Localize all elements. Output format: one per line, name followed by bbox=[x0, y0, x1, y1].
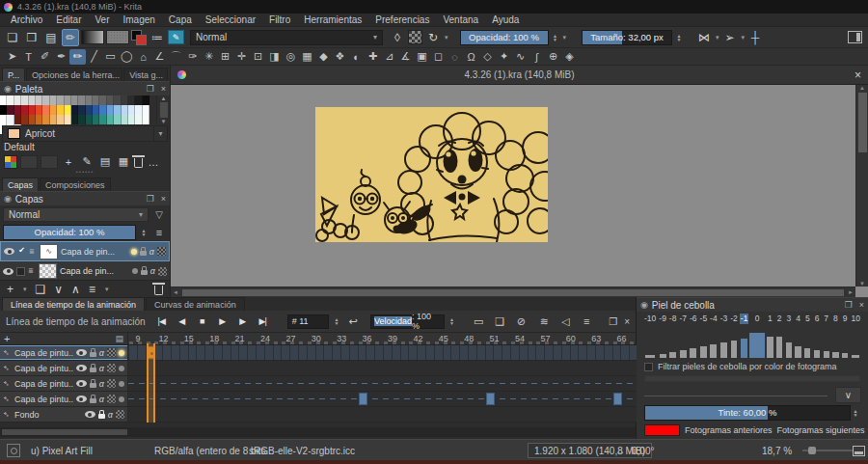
dock-tab-opciones-de-la-herra-[interactable]: Opciones de la herra... bbox=[26, 68, 122, 81]
tool-polygon[interactable]: ⌂ bbox=[135, 49, 151, 65]
tool-zoom[interactable]: ⊕ bbox=[545, 49, 561, 65]
dock-tab-vista-g-[interactable]: Vista g... bbox=[123, 68, 168, 81]
close-document-icon[interactable]: × bbox=[854, 68, 861, 82]
float-docker-icon[interactable]: ❐ bbox=[845, 300, 853, 310]
palette-swatch[interactable] bbox=[0, 115, 7, 124]
more-options-icon[interactable]: … bbox=[146, 154, 161, 170]
palette-swatch[interactable] bbox=[86, 96, 93, 105]
tool-calligraphy[interactable]: ✒ bbox=[53, 49, 69, 65]
layer-opacity-spinner[interactable]: ▲▼ bbox=[139, 225, 149, 240]
skip-start-button[interactable]: |◀ bbox=[153, 316, 170, 326]
onion-column[interactable]: -3 bbox=[719, 314, 729, 358]
inherit-alpha-icon[interactable] bbox=[157, 247, 166, 256]
palette-swatch[interactable] bbox=[143, 115, 149, 124]
blending-mode-select[interactable]: Normal ▾ bbox=[190, 30, 383, 45]
opacity-slider[interactable]: Opacidad: 100 % bbox=[460, 30, 549, 45]
close-docker-icon[interactable]: × bbox=[161, 194, 166, 204]
tool-enclose-fill[interactable]: ❖ bbox=[332, 49, 348, 65]
save-icon[interactable]: ▤ bbox=[42, 29, 60, 46]
palette-swatch[interactable] bbox=[57, 115, 64, 124]
onion-frame-number[interactable]: -4 bbox=[709, 314, 719, 324]
timeline-layer-name-cell[interactable]: ➴Capa de pintu...α bbox=[0, 376, 128, 391]
palette-swatch[interactable] bbox=[99, 96, 106, 105]
alpha-lock-icon[interactable]: α bbox=[108, 410, 113, 420]
alpha-lock-icon[interactable]: α bbox=[149, 247, 154, 257]
palette-swatch[interactable] bbox=[107, 105, 114, 115]
onion-column[interactable]: 5 bbox=[803, 314, 812, 358]
onion-skin-bulb-icon[interactable] bbox=[119, 396, 124, 402]
float-docker-icon[interactable]: ❐ bbox=[147, 84, 154, 94]
palette-swatch[interactable] bbox=[122, 96, 128, 105]
onion-frame-number[interactable]: 6 bbox=[814, 314, 821, 324]
delete-layer-button[interactable] bbox=[154, 286, 163, 295]
expand-section-button[interactable]: ∨ bbox=[835, 387, 861, 403]
tool-pattern-edit[interactable]: ▦ bbox=[299, 49, 315, 65]
chevron-down-icon[interactable]: ▾ bbox=[153, 126, 167, 141]
workspace-chooser-icon[interactable] bbox=[848, 31, 862, 43]
dock-tab-capas[interactable]: Capas bbox=[2, 177, 39, 191]
keyframe[interactable] bbox=[486, 393, 495, 405]
menu-item[interactable]: Ventana bbox=[436, 14, 485, 26]
onion-opacity-bar[interactable] bbox=[680, 350, 687, 358]
onion-skin-bulb-icon[interactable] bbox=[132, 268, 138, 274]
palette-swatch[interactable] bbox=[114, 115, 121, 124]
scroll-down-icon[interactable]: ▼ bbox=[859, 281, 865, 287]
canvas-only-mode-icon[interactable] bbox=[853, 440, 866, 461]
timeline-layer-row[interactable]: ➴Fondoα bbox=[0, 407, 637, 423]
onion-column[interactable]: 3 bbox=[784, 314, 793, 358]
palette-swatch[interactable] bbox=[143, 96, 149, 105]
scrollbar-thumb[interactable] bbox=[182, 289, 844, 296]
chevron-down-icon[interactable]: ▾ bbox=[563, 34, 567, 41]
timeline-layer-row[interactable]: ➴Capa de pintu...α bbox=[0, 345, 637, 361]
onion-skin-bulb-icon[interactable] bbox=[119, 366, 124, 371]
onion-column[interactable]: 4 bbox=[794, 314, 802, 358]
timeline-menu-icon[interactable]: ≡ bbox=[578, 315, 595, 328]
frame-cells[interactable] bbox=[128, 392, 637, 406]
menu-item[interactable]: Archivo bbox=[4, 14, 49, 26]
palette-swatch[interactable] bbox=[21, 115, 28, 124]
next-frame-button[interactable]: ▶ bbox=[234, 316, 251, 326]
tool-bezier-curve[interactable]: ⌒ bbox=[168, 49, 184, 65]
palette-swatch[interactable] bbox=[21, 96, 28, 105]
palette-swatch[interactable] bbox=[93, 105, 99, 115]
tool-reference-images[interactable]: ▣ bbox=[414, 49, 430, 65]
onion-skin-bulb-icon[interactable] bbox=[119, 350, 124, 356]
onion-frame-number[interactable]: -7 bbox=[678, 314, 688, 324]
brush-editor-icon[interactable]: ✎ bbox=[168, 30, 184, 44]
open-image-icon[interactable]: ❒ bbox=[23, 29, 41, 46]
frame-cells[interactable] bbox=[128, 376, 637, 391]
audio-icon[interactable]: ◁ bbox=[556, 315, 574, 328]
alpha-lock-icon[interactable]: α bbox=[99, 348, 104, 358]
current-frame-field[interactable]: # 11 bbox=[287, 314, 329, 329]
pin-icon[interactable]: ➴ bbox=[3, 410, 12, 419]
stop-button[interactable]: ■ bbox=[194, 316, 210, 326]
menu-item[interactable]: Ver bbox=[88, 14, 116, 26]
add-swatch-icon[interactable]: + bbox=[61, 154, 76, 170]
palette-swatch[interactable] bbox=[71, 105, 78, 115]
layer-row[interactable]: ✔≣∿Capa de pin...α bbox=[0, 241, 170, 261]
close-docker-icon[interactable]: × bbox=[859, 300, 864, 310]
tool-poly-select[interactable]: ◇ bbox=[479, 49, 496, 65]
lock-icon[interactable] bbox=[141, 270, 148, 275]
onion-column[interactable]: -7 bbox=[678, 314, 688, 358]
tool-freehand-brush[interactable]: ✏ bbox=[69, 49, 86, 65]
palette-swatch[interactable] bbox=[114, 105, 121, 115]
onion-frame-number[interactable]: -2 bbox=[729, 314, 739, 324]
lock-icon[interactable] bbox=[140, 251, 147, 256]
palette-swatch[interactable] bbox=[65, 96, 71, 105]
palette-swatch[interactable] bbox=[36, 105, 42, 115]
onion-opacity-bar[interactable] bbox=[852, 355, 859, 358]
lock-icon[interactable] bbox=[90, 398, 96, 403]
visibility-eye-icon[interactable] bbox=[76, 396, 87, 402]
inherit-alpha-icon[interactable] bbox=[107, 348, 116, 357]
palette-swatch[interactable] bbox=[99, 115, 106, 124]
onion-frame-number[interactable]: -1 bbox=[740, 314, 749, 324]
palette-swatch[interactable] bbox=[14, 115, 21, 124]
alpha-lock-icon[interactable]: α bbox=[99, 364, 104, 373]
palette-swatch[interactable] bbox=[7, 115, 14, 124]
zoom-slider[interactable] bbox=[802, 440, 853, 461]
layer-opacity-slider[interactable]: Opacidad: 100 % bbox=[3, 225, 136, 240]
layer-checkbox[interactable] bbox=[16, 267, 25, 276]
menu-item[interactable]: Imagen bbox=[117, 14, 162, 26]
tool-measure[interactable]: ∡ bbox=[397, 49, 414, 65]
